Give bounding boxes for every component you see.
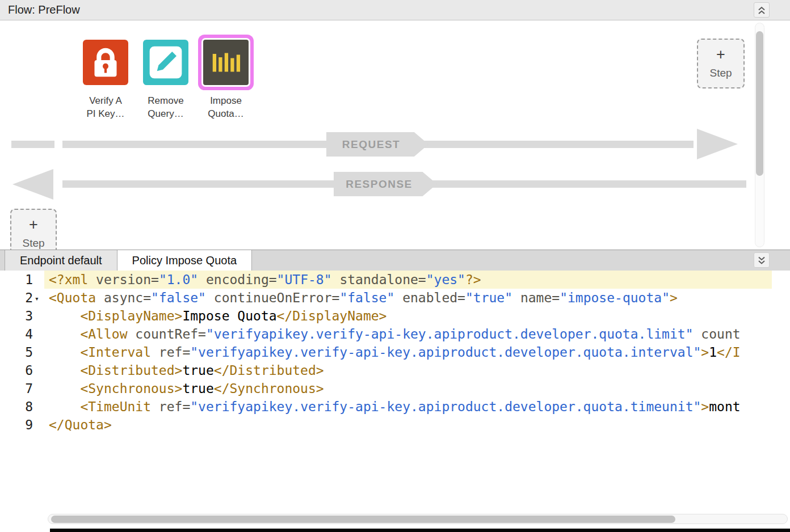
policy-remove-query[interactable]: RemoveQuery… xyxy=(141,40,190,120)
code-text: <DisplayName>Impose Quota</DisplayName> xyxy=(44,307,772,325)
editor-tabbar: Endpoint default Policy Impose Quota xyxy=(0,250,790,271)
add-step-label: Step xyxy=(709,67,732,79)
plus-icon: + xyxy=(29,218,38,231)
request-flow-bar-left xyxy=(11,141,54,148)
code-text: <Quota async="false" continueOnError="fa… xyxy=(44,289,772,307)
code-text: <?xml version="1.0" encoding="UTF-8" sta… xyxy=(44,271,772,289)
line-number: 5 xyxy=(0,343,44,361)
code-line-4[interactable]: 4 <Allow countRef="verifyapikey.verify-a… xyxy=(0,325,772,343)
line-number: 7 xyxy=(0,379,44,398)
code-line-2[interactable]: 2▾<Quota async="false" continueOnError="… xyxy=(0,289,772,307)
code-line-9[interactable]: 9</Quota> xyxy=(0,416,772,434)
line-number: 2▾ xyxy=(0,289,44,307)
flow-vertical-scrollbar-thumb[interactable] xyxy=(756,31,763,176)
flow-panel-title: Flow: PreFlow xyxy=(8,3,80,16)
line-number: 4 xyxy=(0,325,44,343)
tab-policy-impose-quota[interactable]: Policy Impose Quota xyxy=(117,250,253,271)
flow-panel-header: Flow: PreFlow xyxy=(0,0,790,20)
editor-horizontal-scrollbar-thumb[interactable] xyxy=(51,516,675,523)
code-line-3[interactable]: 3 <DisplayName>Impose Quota</DisplayName… xyxy=(0,307,772,325)
fold-toggle-icon[interactable]: ▾ xyxy=(33,290,41,308)
code-line-5[interactable]: 5 <Interval ref="verifyapikey.verify-api… xyxy=(0,343,772,361)
flow-canvas: Verify API Key… RemoveQuery… ImposeQuota… xyxy=(0,20,790,250)
policy-label: ImposeQuota… xyxy=(208,94,243,120)
app-window: Flow: PreFlow Verify API Key… RemoveQuer… xyxy=(0,0,790,532)
add-step-request-button[interactable]: + Step xyxy=(697,39,745,88)
code-line-1[interactable]: 1<?xml version="1.0" encoding="UTF-8" st… xyxy=(0,271,772,289)
code-text: <Allow countRef="verifyapikey.verify-api… xyxy=(44,325,772,343)
response-label: RESPONSE xyxy=(346,178,413,191)
code-line-7[interactable]: 7 <Synchronous>true</Synchronous> xyxy=(0,379,772,398)
policy-impose-quota[interactable]: ImposeQuota… xyxy=(201,40,250,120)
policy-row: Verify API Key… RemoveQuery… ImposeQuota… xyxy=(81,40,250,120)
policy-label: RemoveQuery… xyxy=(148,94,183,120)
tab-label: Policy Impose Quota xyxy=(132,254,237,267)
pencil-icon xyxy=(143,40,188,85)
tab-label: Endpoint default xyxy=(20,254,102,267)
code-text: <Distributed>true</Distributed> xyxy=(44,361,772,379)
code-line-6[interactable]: 6 <Distributed>true</Distributed> xyxy=(0,361,772,379)
response-arrowhead-icon xyxy=(12,169,53,200)
line-number: 6 xyxy=(0,361,44,379)
bars-icon xyxy=(203,40,249,85)
request-badge: REQUEST xyxy=(326,132,428,157)
code-editor[interactable]: 1<?xml version="1.0" encoding="UTF-8" st… xyxy=(0,271,790,532)
add-step-label: Step xyxy=(22,237,44,250)
line-number: 1 xyxy=(0,271,44,289)
plus-icon: + xyxy=(716,48,725,61)
response-badge: RESPONSE xyxy=(334,172,437,196)
chevrons-down-icon xyxy=(757,255,766,265)
line-number: 3 xyxy=(0,307,44,325)
tab-endpoint-default[interactable]: Endpoint default xyxy=(5,250,117,271)
code-text: <TimeUnit ref="verifyapikey.verify-api-k… xyxy=(44,398,772,416)
add-step-response-button[interactable]: + Step xyxy=(10,209,57,250)
request-label: REQUEST xyxy=(342,138,400,151)
policy-verify-api-key[interactable]: Verify API Key… xyxy=(81,40,130,120)
code-text: <Synchronous>true</Synchronous> xyxy=(44,379,772,398)
code-text: </Quota> xyxy=(44,416,772,434)
chevrons-up-icon xyxy=(757,5,766,15)
code-text: <Interval ref="verifyapikey.verify-api-k… xyxy=(44,343,772,361)
window-bottom-edge xyxy=(50,529,790,532)
line-number: 9 xyxy=(0,416,44,434)
code-line-8[interactable]: 8 <TimeUnit ref="verifyapikey.verify-api… xyxy=(0,398,772,416)
line-number: 8 xyxy=(0,398,44,416)
collapse-flow-panel-button[interactable] xyxy=(754,2,770,18)
lock-icon xyxy=(83,40,128,85)
code-lines: 1<?xml version="1.0" encoding="UTF-8" st… xyxy=(0,271,772,434)
policy-label: Verify API Key… xyxy=(86,94,124,120)
request-arrowhead-icon xyxy=(697,129,738,159)
collapse-editor-button[interactable] xyxy=(754,252,770,268)
